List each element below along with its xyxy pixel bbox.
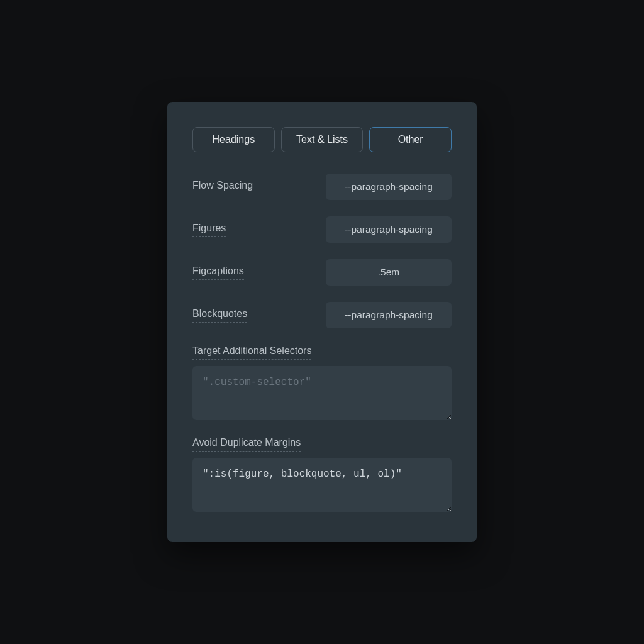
section-avoid-duplicate: Avoid Duplicate Margins [192,436,452,514]
textarea-target-selectors[interactable] [192,366,452,420]
label-target-selectors: Target Additional Selectors [192,345,311,360]
input-blockquotes[interactable] [326,302,452,328]
tab-headings[interactable]: Headings [192,127,275,152]
input-figures[interactable] [326,216,452,243]
row-figures: Figures [192,216,452,243]
input-flow-spacing[interactable] [326,174,452,200]
input-figcaptions[interactable] [326,259,452,286]
settings-panel: Headings Text & Lists Other Flow Spacing… [167,102,477,542]
section-target-selectors: Target Additional Selectors [192,345,452,423]
tab-other[interactable]: Other [369,127,452,152]
label-blockquotes: Blockquotes [192,308,247,323]
row-figcaptions: Figcaptions [192,259,452,286]
label-figures: Figures [192,222,226,237]
label-flow-spacing: Flow Spacing [192,179,253,194]
tab-text-lists[interactable]: Text & Lists [281,127,364,152]
textarea-avoid-duplicate[interactable] [192,458,452,512]
tab-bar: Headings Text & Lists Other [192,127,452,152]
row-flow-spacing: Flow Spacing [192,174,452,200]
label-avoid-duplicate: Avoid Duplicate Margins [192,436,301,452]
row-blockquotes: Blockquotes [192,302,452,328]
label-figcaptions: Figcaptions [192,265,244,280]
